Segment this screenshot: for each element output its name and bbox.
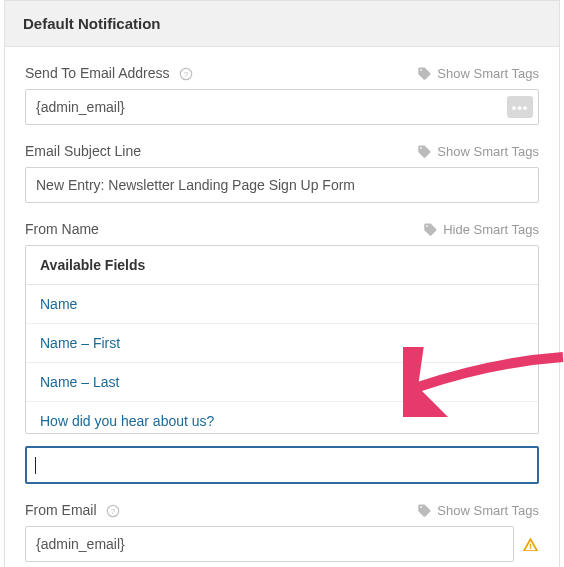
tag-icon — [417, 503, 432, 518]
field-send-to: Send To Email Address ? Show Smart Tags … — [25, 65, 539, 125]
send-to-input[interactable] — [25, 89, 539, 125]
from-name-input[interactable] — [25, 446, 539, 484]
from-email-label: From Email — [25, 502, 97, 518]
show-smart-tags-fromemail[interactable]: Show Smart Tags — [417, 503, 539, 518]
smart-tag-option[interactable]: Name – Last — [26, 363, 538, 402]
warning-icon — [522, 536, 539, 553]
tag-icon — [423, 222, 438, 237]
smart-list-items[interactable]: Name Name – First Name – Last How did yo… — [26, 285, 538, 433]
from-email-input[interactable] — [25, 526, 514, 562]
field-from-email: From Email ? Show Smart Tags — [25, 502, 539, 562]
email-options-toggle[interactable]: ••• — [507, 96, 533, 118]
field-subject: Email Subject Line Show Smart Tags — [25, 143, 539, 203]
smart-tag-option[interactable]: How did you hear about us? — [26, 402, 538, 433]
svg-text:?: ? — [184, 70, 189, 79]
show-smart-tags-sendto[interactable]: Show Smart Tags — [417, 66, 539, 81]
smart-tag-list: Available Fields Name Name – First Name … — [25, 245, 539, 434]
subject-input[interactable] — [25, 167, 539, 203]
tag-icon — [417, 66, 432, 81]
smart-tag-option[interactable]: Name — [26, 285, 538, 324]
svg-text:?: ? — [111, 507, 116, 516]
smart-tag-option[interactable]: Name – First — [26, 324, 538, 363]
field-from-name: From Name Hide Smart Tags Available Fiel… — [25, 221, 539, 484]
subject-label: Email Subject Line — [25, 143, 141, 159]
smart-list-header: Available Fields — [26, 246, 538, 285]
help-icon[interactable]: ? — [106, 504, 120, 518]
send-to-label: Send To Email Address — [25, 65, 170, 81]
tag-icon — [417, 144, 432, 159]
help-icon[interactable]: ? — [179, 67, 193, 81]
show-smart-tags-subject[interactable]: Show Smart Tags — [417, 144, 539, 159]
panel-title: Default Notification — [5, 1, 559, 47]
hide-smart-tags-fromname[interactable]: Hide Smart Tags — [423, 222, 539, 237]
from-name-label: From Name — [25, 221, 99, 237]
notification-panel: Default Notification Send To Email Addre… — [4, 0, 560, 567]
